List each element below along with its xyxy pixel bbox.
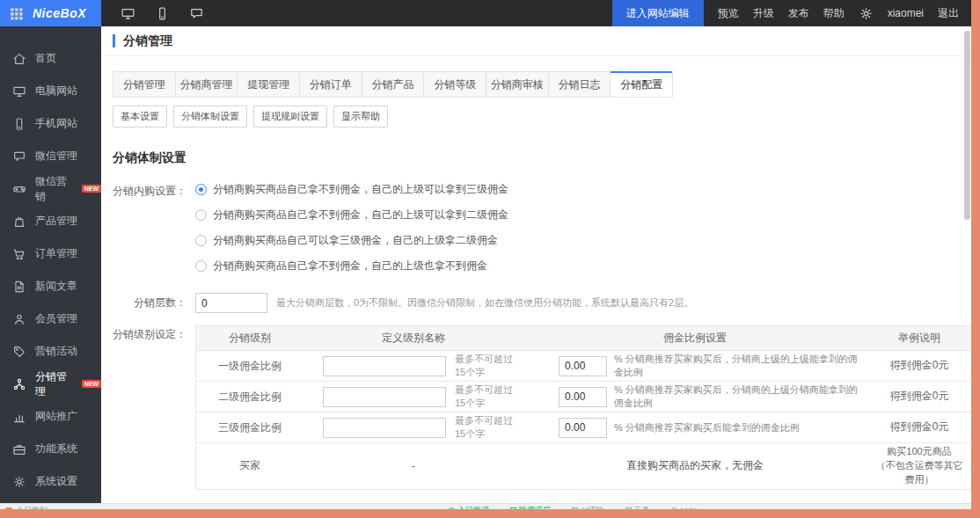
tag-icon [12,345,26,359]
level1-name-input[interactable] [323,356,446,376]
sidebar-item-wechat-mgmt[interactable]: 微信管理 [0,140,101,172]
level1-rate-input[interactable] [559,356,607,376]
sidebar-item-label: 微信营销 [35,174,73,204]
topbar-right: 进入网站编辑 预览 升级 发布 帮助 xiaomei 退出 [612,0,971,26]
sidebar-item-distribution[interactable]: 分销管理NEW [0,368,101,400]
user-icon [12,312,26,326]
tab-distribution-levels[interactable]: 分销等级 [424,72,486,97]
buyer-example-line1: 购买100元商品 [887,445,951,459]
buyer-desc-cell: 直接购买商品的买家，无佣金 [523,456,867,475]
section-heading-system: 分销体制设置 [113,150,971,166]
vertical-scrollbar[interactable] [964,31,970,220]
tab-withdraw-mgmt[interactable]: 提现管理 [238,72,300,97]
withdraw-rules-settings-button[interactable]: 提现规则设置 [253,106,327,128]
sidebar-item-pc-site[interactable]: 电脑网站 [0,75,101,107]
tab-distribution-log[interactable]: 分销日志 [549,72,611,97]
sidebar-item-members[interactable]: 会员管理 [0,303,101,335]
sidebar-item-wechat-marketing[interactable]: 微信营销NEW [0,172,101,205]
radio-option-1[interactable]: 分销商购买商品自己拿不到佣金，自己的上级可以拿到三级佣金 [195,182,508,197]
radio-label: 分销商购买商品自己拿不到佣金，自己的上级也拿不到佣金 [213,259,487,274]
example-cell: 得到佣金0元 [867,418,971,436]
basic-settings-button[interactable]: 基本设置 [113,106,167,128]
chat-icon[interactable] [189,6,204,21]
radio-option-3[interactable]: 分销商购买商品自己可以拿三级佣金，自己的上级拿二级佣金 [195,233,508,248]
sidebar-item-system-settings[interactable]: 系统设置 [0,465,101,498]
level3-rate-input[interactable] [559,418,607,438]
internal-purchase-label: 分销内购设置： [113,182,186,284]
home-icon [12,52,26,66]
bag-icon [12,215,26,229]
gamepad-icon [12,182,26,196]
radio-label: 分销商购买商品自己可以拿三级佣金，自己的上级拿二级佣金 [213,233,498,248]
table-header-row: 分销级别 定义级别名称 佣金比例设置 举例说明 [196,326,971,350]
logo-block[interactable]: NiceBoX [0,0,101,26]
settings-gear-icon[interactable] [859,6,874,21]
sidebar: 首页 电脑网站 手机网站 微信管理 微信营销NEW 产品管理 订单管理 新闻文章… [0,26,101,503]
chat-icon [12,150,26,164]
subtab-bar: 基本设置 分销体制设置 提现规则设置 显示帮助 [113,106,971,128]
preview-link[interactable]: 预览 [718,6,739,21]
help-link[interactable]: 帮助 [823,6,845,21]
desktop-background-right [971,0,980,518]
tab-bar: 分销管理 分销商管理 提现管理 分销订单 分销产品 分销等级 分销商审核 分销日… [113,71,673,98]
mobile-icon [12,117,26,131]
tab-distributor-mgmt[interactable]: 分销商管理 [176,72,238,97]
radio-option-2[interactable]: 分销商购买商品自己拿不到佣金，自己的上级可以拿到二级佣金 [195,208,508,223]
sidebar-item-products[interactable]: 产品管理 [0,205,101,237]
radio-checked-icon[interactable] [195,184,207,195]
publish-link[interactable]: 发布 [788,6,809,21]
levels-count-row: 分销层数： 最大分销商层数，0为不限制。因微信分销限制，如在微信使用分销功能，系… [113,293,971,313]
desktop-icon [12,84,26,98]
level2-rate-input[interactable] [559,387,607,407]
radio-option-4[interactable]: 分销商购买商品自己拿不到佣金，自己的上级也拿不到佣金 [195,259,508,274]
tab-distributor-review[interactable]: 分销商审核 [486,72,549,97]
desktop-icon[interactable] [121,6,135,21]
tab-distribution-config[interactable]: 分销配置 [611,71,672,97]
page-header: 分销管理 [101,26,971,56]
distribution-system-settings-button[interactable]: 分销体制设置 [173,106,247,128]
enter-site-editor-button[interactable]: 进入网站编辑 [612,0,704,26]
level-table-label: 分销级别设定： [113,325,186,490]
name-length-hint: 最多不可超过15个字 [455,383,518,410]
name-cell: 最多不可超过15个字 [304,382,523,412]
sidebar-item-mobile-site[interactable]: 手机网站 [0,107,101,140]
show-help-button[interactable]: 显示帮助 [333,106,388,128]
example-cell: 购买100元商品 （不包含运费等其它费用） [867,443,971,489]
sidebar-item-label: 营销活动 [35,344,77,359]
rate-description: % 分销商推荐买家购买后能拿到的佣金比例 [614,421,800,434]
tab-distribution-products[interactable]: 分销产品 [362,72,425,97]
sidebar-item-home[interactable]: 首页 [0,42,101,75]
upgrade-link[interactable]: 升级 [753,6,774,21]
tab-distribution-orders[interactable]: 分销订单 [300,72,362,97]
sidebar-item-site-promotion[interactable]: 网站推广 [0,400,101,433]
sidebar-item-label: 产品管理 [35,214,77,229]
sidebar-item-label: 订单管理 [35,246,77,261]
gear-icon [12,475,26,489]
logout-link[interactable]: 退出 [938,6,959,21]
sidebar-item-orders[interactable]: 订单管理 [0,237,101,270]
name-cell: 最多不可超过15个字 [304,412,523,442]
level3-name-input[interactable] [323,418,446,438]
sidebar-item-function-system[interactable]: 功能系统 [0,433,101,465]
radio-icon[interactable] [195,209,207,221]
mobile-icon[interactable] [155,6,170,21]
radio-icon[interactable] [195,235,207,246]
level-cell: 三级佣金比例 [196,419,304,437]
level-cell: 一级佣金比例 [196,357,304,376]
levels-count-input[interactable] [195,293,267,313]
tab-distribution-mgmt[interactable]: 分销管理 [113,72,176,97]
sidebar-item-marketing[interactable]: 营销活动 [0,335,101,368]
rate-cell: % 分销商推荐买家购买后，分销商上级的上级能拿到的佣金比例 [523,351,867,381]
table-row-level3: 三级佣金比例 最多不可超过15个字 % 分销商推荐买家购买后能拿到的佣金比例 得… [196,412,971,442]
level-cell: 二级佣金比例 [196,388,304,406]
level2-name-input[interactable] [323,387,446,407]
radio-icon[interactable] [195,260,207,272]
new-badge: NEW [82,185,101,193]
document-icon [12,280,26,294]
username[interactable]: xiaomei [888,7,924,19]
col-header-level: 分销级别 [196,329,304,347]
sidebar-item-news[interactable]: 新闻文章 [0,270,101,303]
chart-icon [12,410,26,424]
sidebar-item-label: 网站推广 [35,409,77,424]
apps-grid-icon[interactable] [9,6,24,21]
